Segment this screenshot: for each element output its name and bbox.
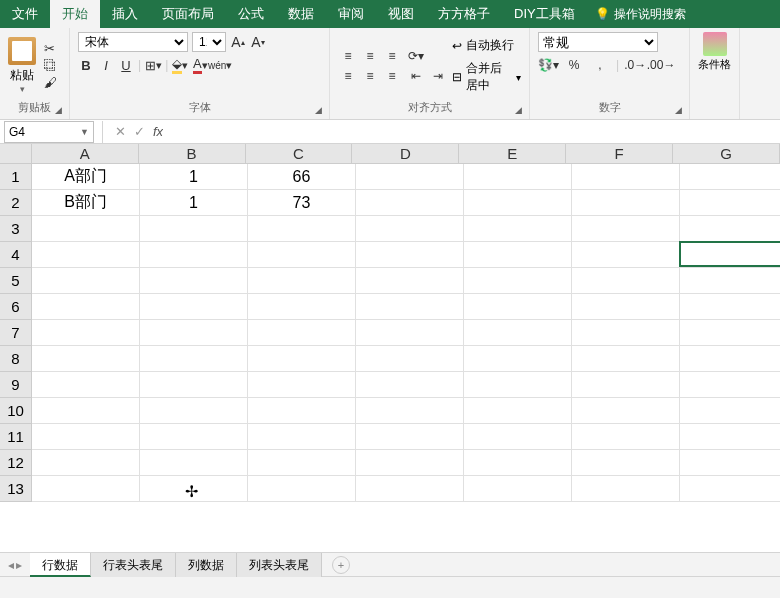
column-header[interactable]: D	[352, 144, 459, 164]
cell[interactable]	[248, 346, 356, 372]
cell[interactable]	[140, 242, 248, 268]
cell[interactable]	[248, 424, 356, 450]
cell[interactable]	[32, 268, 140, 294]
cell[interactable]	[32, 450, 140, 476]
cell[interactable]	[680, 476, 780, 502]
cell[interactable]	[140, 268, 248, 294]
row-header[interactable]: 2	[0, 190, 32, 216]
cell[interactable]	[680, 190, 780, 216]
menu-tab-7[interactable]: 视图	[376, 0, 426, 28]
dialog-launcher-icon[interactable]: ◢	[675, 105, 687, 117]
formula-input[interactable]	[163, 121, 780, 143]
column-header[interactable]: E	[459, 144, 566, 164]
sheet-tab[interactable]: 列数据	[176, 553, 237, 577]
phonetic-icon[interactable]: wén▾	[212, 56, 228, 74]
cell[interactable]	[356, 476, 464, 502]
cell[interactable]	[572, 424, 680, 450]
cell[interactable]	[572, 294, 680, 320]
cell[interactable]	[680, 398, 780, 424]
menu-tab-1[interactable]: 开始	[50, 0, 100, 28]
fx-icon[interactable]: fx	[153, 124, 163, 139]
cell[interactable]	[248, 372, 356, 398]
cell[interactable]	[572, 190, 680, 216]
increase-decimal-icon[interactable]: .0→	[625, 56, 645, 74]
menu-tab-2[interactable]: 插入	[100, 0, 150, 28]
merge-center-button[interactable]: ⊟合并后居中▾	[452, 60, 521, 94]
decrease-font-icon[interactable]: A▾	[250, 33, 266, 51]
select-all-corner[interactable]	[0, 144, 32, 164]
increase-indent-icon[interactable]: ⇥	[428, 67, 448, 85]
row-header[interactable]: 5	[0, 268, 32, 294]
sheet-tab[interactable]: 行表头表尾	[91, 553, 176, 577]
cell[interactable]	[680, 294, 780, 320]
cell[interactable]	[32, 294, 140, 320]
menu-tab-4[interactable]: 公式	[226, 0, 276, 28]
bold-button[interactable]: B	[78, 56, 94, 74]
font-color-icon[interactable]: A▾	[192, 56, 208, 74]
cell[interactable]	[572, 164, 680, 190]
copy-icon[interactable]: ⿻	[44, 58, 57, 73]
cell[interactable]: 1	[140, 164, 248, 190]
conditional-format-icon[interactable]	[703, 32, 727, 56]
tell-me-search[interactable]: 💡操作说明搜索	[595, 6, 686, 23]
menu-tab-6[interactable]: 审阅	[326, 0, 376, 28]
row-header[interactable]: 7	[0, 320, 32, 346]
column-header[interactable]: F	[566, 144, 673, 164]
font-size-select[interactable]: 11	[192, 32, 226, 52]
cell[interactable]	[248, 398, 356, 424]
cell[interactable]	[464, 190, 572, 216]
number-format-select[interactable]: 常规	[538, 32, 658, 52]
row-header[interactable]: 3	[0, 216, 32, 242]
cell[interactable]	[356, 450, 464, 476]
cell[interactable]	[140, 424, 248, 450]
cancel-icon[interactable]: ✕	[115, 124, 126, 139]
cell[interactable]	[356, 190, 464, 216]
cell[interactable]	[140, 450, 248, 476]
cell[interactable]	[356, 372, 464, 398]
underline-button[interactable]: U	[118, 56, 134, 74]
cell[interactable]	[248, 268, 356, 294]
dialog-launcher-icon[interactable]: ◢	[315, 105, 327, 117]
cell[interactable]: 73	[248, 190, 356, 216]
cell[interactable]	[356, 398, 464, 424]
cell[interactable]	[464, 346, 572, 372]
cell[interactable]	[572, 398, 680, 424]
cell[interactable]	[572, 450, 680, 476]
cell[interactable]	[32, 424, 140, 450]
cell[interactable]	[140, 476, 248, 502]
cell[interactable]	[464, 320, 572, 346]
format-painter-icon[interactable]: 🖌	[44, 75, 57, 90]
decrease-decimal-icon[interactable]: .00→	[651, 56, 671, 74]
cell[interactable]	[140, 398, 248, 424]
add-sheet-button[interactable]: +	[332, 556, 350, 574]
row-header[interactable]: 13	[0, 476, 32, 502]
cell[interactable]	[32, 242, 140, 268]
sheet-nav-next-icon[interactable]: ▸	[16, 558, 22, 572]
cell[interactable]	[680, 346, 780, 372]
cell[interactable]	[680, 216, 780, 242]
cell[interactable]	[572, 268, 680, 294]
column-header[interactable]: B	[139, 144, 246, 164]
row-header[interactable]: 8	[0, 346, 32, 372]
fill-color-icon[interactable]: ⬙▾	[172, 56, 188, 74]
wrap-text-button[interactable]: ↩自动换行	[452, 37, 521, 54]
paste-button[interactable]: 粘贴 ▾	[8, 37, 36, 94]
cell[interactable]	[464, 216, 572, 242]
row-header[interactable]: 1	[0, 164, 32, 190]
cell[interactable]	[464, 294, 572, 320]
align-top-icon[interactable]: ≡	[338, 47, 358, 65]
increase-font-icon[interactable]: A▴	[230, 33, 246, 51]
cell[interactable]	[32, 372, 140, 398]
cell[interactable]	[356, 242, 464, 268]
cell[interactable]	[140, 320, 248, 346]
cell[interactable]	[248, 450, 356, 476]
align-bottom-icon[interactable]: ≡	[382, 47, 402, 65]
confirm-icon[interactable]: ✓	[134, 124, 145, 139]
cell[interactable]	[572, 242, 680, 268]
cell[interactable]	[464, 398, 572, 424]
cell[interactable]	[680, 164, 780, 190]
orientation-icon[interactable]: ⟳▾	[406, 47, 426, 65]
cell[interactable]	[464, 372, 572, 398]
menu-tab-9[interactable]: DIY工具箱	[502, 0, 587, 28]
cell[interactable]	[248, 216, 356, 242]
